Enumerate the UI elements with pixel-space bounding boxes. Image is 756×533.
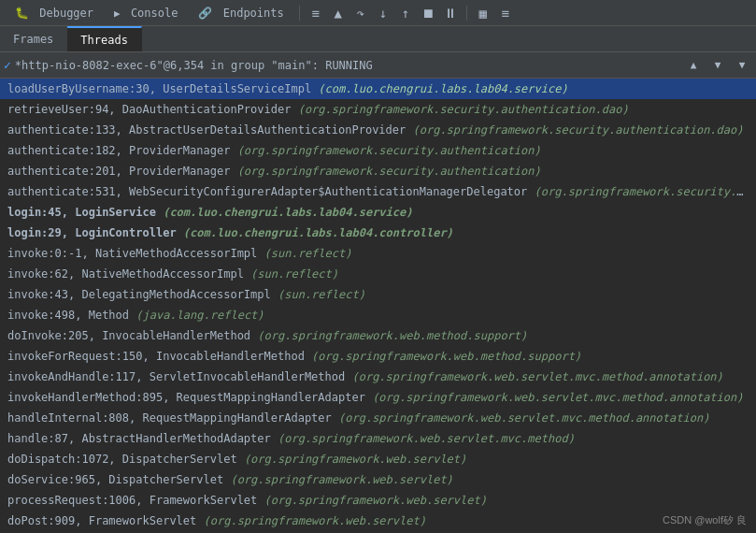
frame-item[interactable]: invokeHandlerMethod:895, RequestMappingH… bbox=[0, 387, 756, 408]
resume-icon[interactable]: ▲ bbox=[328, 3, 349, 23]
view-icon[interactable]: ▦ bbox=[473, 3, 493, 23]
frame-item[interactable]: invoke:62, NativeMethodAccessorImpl (sun… bbox=[0, 264, 756, 284]
separator bbox=[299, 6, 300, 21]
endpoints-icon: 🔗 bbox=[198, 7, 212, 20]
frame-item[interactable]: doService:965, DispatcherServlet (org.sp… bbox=[0, 469, 756, 490]
frame-item[interactable]: login:29, LoginController (com.luo.cheng… bbox=[0, 223, 756, 243]
frame-item[interactable]: authenticate:531, WebSecurityConfigurerA… bbox=[0, 181, 756, 202]
menu-icon[interactable]: ≡ bbox=[306, 3, 326, 23]
frame-item[interactable]: invoke:0:-1, NativeMethodAccessorImpl (s… bbox=[0, 243, 756, 264]
thread-selector-row: ✓ *http-nio-8082-exec-6"@6,354 in group … bbox=[0, 52, 756, 79]
layout-icon[interactable]: ≡ bbox=[495, 3, 516, 23]
bug-icon: 🐛 bbox=[15, 7, 29, 20]
frame-item[interactable]: invoke:43, DelegatingMethodAccessorImpl … bbox=[0, 284, 756, 305]
check-icon: ✓ bbox=[4, 58, 11, 72]
tab-threads[interactable]: Threads bbox=[67, 26, 142, 51]
frames-list[interactable]: loadUserByUsername:30, UserDetailsServic… bbox=[0, 79, 756, 533]
debugger-tab[interactable]: 🐛 Debugger bbox=[6, 3, 103, 23]
frame-item[interactable]: doDispatch:1072, DispatcherServlet (org.… bbox=[0, 449, 756, 469]
frame-item[interactable]: handle:87, AbstractHandlerMethodAdapter … bbox=[0, 428, 756, 449]
frame-item[interactable]: loadUserByUsername:30, UserDetailsServic… bbox=[0, 79, 756, 99]
tab-bar: Frames Threads bbox=[0, 26, 756, 52]
step-into-icon[interactable]: ↓ bbox=[373, 3, 393, 23]
console-tab[interactable]: ▶ Console bbox=[105, 3, 187, 23]
frame-item[interactable]: retrieveUser:94, DaoAuthenticationProvid… bbox=[0, 99, 756, 120]
thread-filter-button[interactable]: ▼ bbox=[732, 55, 752, 76]
frame-item[interactable]: authenticate:182, ProviderManager (org.s… bbox=[0, 140, 756, 161]
separator2 bbox=[466, 6, 467, 21]
frame-item[interactable]: authenticate:201, ProviderManager (org.s… bbox=[0, 161, 756, 181]
toolbar: 🐛 Debugger ▶ Console 🔗 Endpoints ≡ ▲ ↷ ↓… bbox=[0, 0, 756, 26]
stop-icon[interactable]: ⏹ bbox=[418, 3, 438, 23]
step-out-icon[interactable]: ↑ bbox=[395, 3, 416, 23]
frame-item[interactable]: handleInternal:808, RequestMappingHandle… bbox=[0, 408, 756, 428]
thread-label: *http-nio-8082-exec-6"@6,354 in group "m… bbox=[15, 59, 679, 72]
console-icon: ▶ bbox=[114, 7, 121, 20]
frame-item[interactable]: invoke:498, Method (java.lang.reflect) bbox=[0, 305, 756, 325]
frame-item[interactable]: invokeForRequest:150, InvocableHandlerMe… bbox=[0, 346, 756, 367]
endpoints-tab[interactable]: 🔗 Endpoints bbox=[189, 3, 292, 23]
frame-item[interactable]: doInvoke:205, InvocableHandlerMethod (or… bbox=[0, 325, 756, 346]
watermark: CSDN @wolf矽 良 bbox=[663, 513, 747, 527]
frame-item[interactable]: doPost:909, FrameworkServlet (org.spring… bbox=[0, 511, 756, 531]
tab-frames[interactable]: Frames bbox=[0, 26, 67, 51]
frame-item[interactable]: authenticate:133, AbstractUserDetailsAut… bbox=[0, 120, 756, 140]
frame-item[interactable]: invokeAndHandle:117, ServletInvocableHan… bbox=[0, 367, 756, 387]
frame-item[interactable]: login:45, LoginService (com.luo.chengrui… bbox=[0, 202, 756, 223]
thread-down-button[interactable]: ▼ bbox=[707, 55, 728, 76]
mute-icon[interactable]: ⏸ bbox=[440, 3, 461, 23]
step-over-icon[interactable]: ↷ bbox=[350, 3, 371, 23]
thread-up-button[interactable]: ▲ bbox=[683, 55, 704, 76]
frame-item[interactable]: processRequest:1006, FrameworkServlet (o… bbox=[0, 490, 756, 511]
